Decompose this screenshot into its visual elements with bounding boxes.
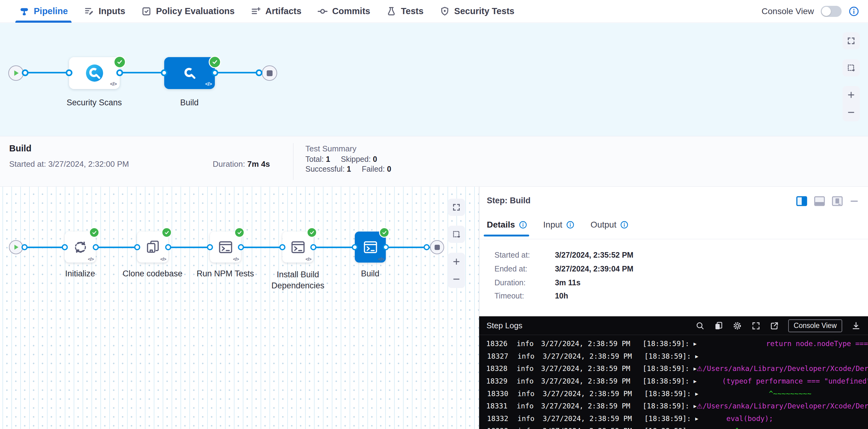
tab-label: Inputs <box>98 6 125 16</box>
info-icon[interactable] <box>566 220 575 229</box>
log-date: 3/27/2024, 2:38:59 PM <box>542 415 632 423</box>
zoom-out-icon[interactable] <box>453 275 460 283</box>
console-view-label: Console View <box>762 6 814 16</box>
tab-pipeline[interactable]: Pipeline <box>19 0 68 23</box>
terminal-icon <box>290 239 306 255</box>
pipeline-start-node <box>8 65 24 81</box>
stage-label[interactable]: Security Scans <box>48 98 140 108</box>
layout-bottom-icon[interactable] <box>814 196 825 206</box>
log-line-number: 18331 <box>486 402 507 410</box>
step-label[interactable]: Build <box>324 269 416 278</box>
step-logs-title: Step Logs <box>487 321 522 330</box>
stage-label[interactable]: Build <box>143 98 236 108</box>
detail-row: Duration: 3m 11s <box>494 278 580 287</box>
expand-arrow-icon[interactable]: ▸ <box>695 390 701 397</box>
expand-arrow-icon[interactable]: ▸ <box>693 402 696 410</box>
tab-artifacts[interactable]: Artifacts <box>250 0 301 23</box>
log-row[interactable]: 18332info3/27/2024, 2:38:59 PM[18:38:59]… <box>479 412 868 425</box>
tab-commits[interactable]: Commits <box>317 0 370 23</box>
tab-security-tests[interactable]: Security Tests <box>439 0 515 23</box>
connector-port <box>256 69 262 76</box>
stage-card-security-scans[interactable]: </> <box>69 57 120 89</box>
search-icon[interactable] <box>695 321 705 330</box>
tab-inputs[interactable]: Inputs <box>84 0 125 23</box>
step-card-clone-codebase[interactable]: </> <box>137 232 168 263</box>
log-row[interactable]: 18328info3/27/2024, 2:38:59 PM[18:38:59]… <box>479 362 868 375</box>
step-card-build[interactable]: </> <box>355 232 386 263</box>
log-row[interactable]: 18331info3/27/2024, 2:38:59 PM[18:38:59]… <box>479 400 868 412</box>
connector-port <box>279 244 285 250</box>
marquee-select-button[interactable] <box>842 59 860 76</box>
log-line-number: 18327 <box>486 352 508 360</box>
warning-icon: ⚠ <box>696 402 703 410</box>
expand-arrow-icon[interactable]: ▸ <box>695 353 701 360</box>
log-content: ^~~~~~~~~~ <box>714 390 811 398</box>
open-in-new-icon[interactable] <box>770 321 779 330</box>
settings-icon[interactable] <box>732 321 742 331</box>
console-view-toggle[interactable] <box>821 6 842 17</box>
expand-arrow-icon[interactable]: ▸ <box>695 415 701 422</box>
log-row[interactable]: 18330info3/27/2024, 2:38:59 PM[18:38:59]… <box>479 387 868 400</box>
info-icon[interactable] <box>519 220 527 229</box>
log-time: [18:38:59]: <box>644 427 691 429</box>
log-level: info <box>517 377 533 385</box>
pipeline-icon <box>19 6 29 17</box>
marquee-select-button[interactable] <box>448 226 465 243</box>
log-row[interactable]: 18327info3/27/2024, 2:38:59 PM[18:38:59]… <box>479 350 868 363</box>
detail-row: Timeout: 10h <box>494 292 568 300</box>
step-card-install-build-dependencies[interactable]: </> <box>282 232 313 263</box>
log-line-number: 18330 <box>486 390 508 398</box>
fullscreen-button[interactable] <box>842 32 860 50</box>
step-card-run-npm-tests[interactable]: </> <box>210 232 241 263</box>
detail-value: 10h <box>555 292 568 300</box>
info-icon[interactable] <box>620 220 629 229</box>
tests-icon <box>386 6 397 17</box>
detail-value: 3m 11s <box>555 278 580 287</box>
code-icon: </> <box>205 81 212 87</box>
security-scan-icon <box>180 64 199 83</box>
log-line-number: 18326 <box>486 340 507 348</box>
tab-details[interactable]: Details <box>487 220 527 237</box>
fullscreen-button[interactable] <box>448 199 465 216</box>
log-time: [18:38:59]: <box>644 390 691 398</box>
tab-label: Tests <box>401 6 424 16</box>
zoom-out-icon[interactable] <box>847 109 855 116</box>
divider <box>293 143 293 180</box>
tab-input[interactable]: Input <box>543 220 575 237</box>
log-time: [18:38:59]: <box>644 352 691 360</box>
minimize-icon[interactable] <box>849 196 859 206</box>
step-logs-header: Step Logs Console View <box>479 316 868 335</box>
success-badge <box>89 227 99 238</box>
log-time: [18:38:59]: <box>642 340 689 348</box>
expand-arrow-icon[interactable]: ▸ <box>695 427 701 429</box>
tab-label: Input <box>543 220 562 230</box>
code-icon: </> <box>233 256 239 262</box>
tab-tests[interactable]: Tests <box>386 0 424 23</box>
expand-arrow-icon[interactable]: ▸ <box>693 377 696 385</box>
layout-floating-icon[interactable] <box>832 196 843 206</box>
log-row[interactable]: 18329info3/27/2024, 2:38:59 PM[18:38:59]… <box>479 375 868 388</box>
check-icon <box>92 230 97 235</box>
info-icon[interactable] <box>848 6 859 17</box>
copy-icon[interactable] <box>714 321 723 330</box>
step-card-initialize[interactable]: </> <box>65 232 96 263</box>
console-view-button[interactable]: Console View <box>788 319 842 332</box>
layout-split-right-icon[interactable] <box>796 196 807 206</box>
connector-port <box>22 244 28 250</box>
fullscreen-icon[interactable] <box>751 321 761 330</box>
tab-label: Output <box>591 220 616 230</box>
log-level: info <box>518 427 535 429</box>
zoom-in-icon[interactable] <box>847 91 855 99</box>
toggle-knob <box>822 7 831 16</box>
log-content: return node.nodeType === <box>711 340 868 348</box>
log-row[interactable]: 18333info3/27/2024, 2:38:59 PM[18:38:59]… <box>479 425 868 429</box>
tab-output[interactable]: Output <box>591 220 629 237</box>
step-graph-canvas: </> </> </> </> <box>0 187 479 429</box>
zoom-in-icon[interactable] <box>453 258 460 266</box>
tab-policy-evaluations[interactable]: Policy Evaluations <box>141 0 235 23</box>
stage-card-build[interactable]: </> <box>164 57 215 89</box>
expand-arrow-icon[interactable]: ▸ <box>693 340 699 347</box>
log-row[interactable]: 18326info3/27/2024, 2:38:59 PM[18:38:59]… <box>479 337 868 350</box>
expand-arrow-icon[interactable]: ▸ <box>693 365 696 372</box>
download-icon[interactable] <box>851 321 861 330</box>
